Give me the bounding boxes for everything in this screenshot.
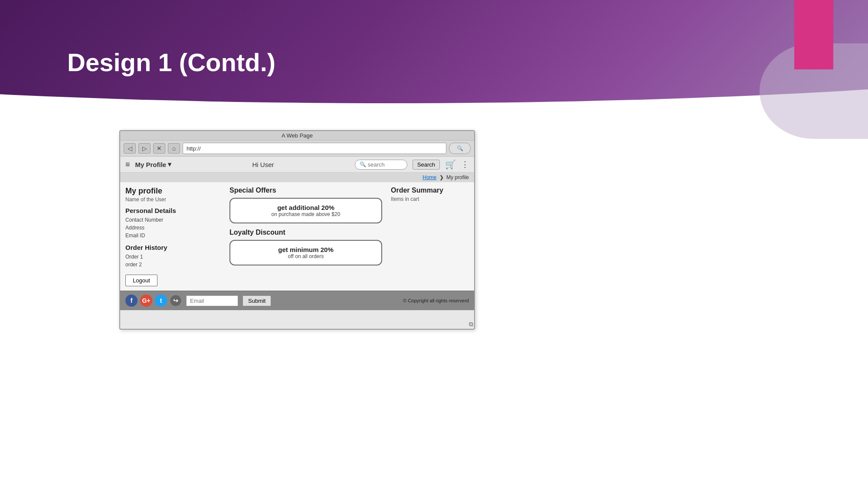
breadcrumb-home-link[interactable]: Home [423, 174, 436, 180]
forward-button[interactable]: ▷ [138, 143, 151, 154]
middle-column: Special Offers get additional 20% on pur… [225, 187, 387, 286]
breadcrumb-separator: ❯ [439, 174, 444, 180]
logout-button[interactable]: Logout [125, 275, 157, 286]
search-input[interactable] [368, 161, 403, 168]
order-history-title: Order History [125, 244, 221, 251]
browser-title-bar: A Web Page [120, 131, 474, 141]
twitter-icon[interactable]: t [155, 295, 167, 307]
home-button[interactable]: ⌂ [168, 143, 180, 154]
offer1-sub-text: on purchase made above $20 [239, 211, 373, 217]
search-button[interactable]: Search [413, 160, 440, 170]
profile-title: My profile [125, 187, 221, 196]
offer2-sub-text: off on all orders [239, 253, 373, 259]
share-icon[interactable]: ↪ [170, 295, 182, 307]
browser-toolbar: ◁ ▷ ✕ ⌂ 🔍 [120, 141, 474, 157]
more-options-icon[interactable]: ⋮ [461, 160, 469, 169]
google-plus-icon[interactable]: G+ [140, 295, 152, 307]
submit-button[interactable]: Submit [242, 295, 271, 306]
left-column: My profile Name of the User Personal Det… [125, 187, 221, 286]
slide-title: Design 1 (Contd.) [67, 48, 275, 77]
special-offers-title: Special Offers [229, 187, 382, 194]
email-field[interactable] [186, 295, 238, 306]
email-id: Email ID [125, 232, 221, 239]
browser-mockup: A Web Page ◁ ▷ ✕ ⌂ 🔍 ≡ My Profile ▾ Hi U… [119, 130, 475, 330]
profile-username: Name of the User [125, 197, 221, 203]
cart-icon[interactable]: 🛒 [445, 159, 456, 170]
loyalty-discount-title: Loyalty Discount [229, 229, 382, 236]
order-2: order 2 [125, 261, 221, 269]
order-summary-title: Order Summary [391, 187, 469, 194]
offer2-main-text: get minimum 20% [239, 246, 373, 253]
special-offer-box: get additional 20% on purchase made abov… [229, 198, 382, 223]
profile-dropdown-arrow: ▾ [168, 160, 171, 168]
personal-details-title: Personal Details [125, 207, 221, 214]
address-bar[interactable] [183, 143, 446, 154]
address: Address [125, 224, 221, 232]
stop-button[interactable]: ✕ [153, 143, 165, 154]
contact-number: Contact Number [125, 216, 221, 224]
browser-title-text: A Web Page [282, 132, 313, 139]
social-icons-group: f G+ t ↪ [125, 295, 182, 307]
facebook-icon[interactable]: f [125, 295, 138, 307]
hi-user-text: Hi User [177, 161, 350, 168]
main-content-area: My profile Name of the User Personal Det… [120, 182, 474, 291]
search-magnifier-icon: 🔍 [360, 161, 366, 167]
my-profile-label: My Profile [135, 161, 167, 168]
items-in-cart: Items in cart [391, 196, 469, 202]
my-profile-nav-button[interactable]: My Profile ▾ [135, 160, 172, 168]
right-column: Order Summary Items in cart [391, 187, 469, 286]
breadcrumb-current-page: My profile [446, 174, 469, 180]
loyalty-offer-box: get minimum 20% off on all orders [229, 240, 382, 265]
copyright-text: © Copyright all rights reserverd [275, 298, 469, 303]
pink-accent-decoration [794, 0, 833, 69]
webpage-footer: f G+ t ↪ Submit © Copyright all rights r… [120, 291, 474, 310]
hamburger-menu-icon[interactable]: ≡ [125, 160, 130, 169]
breadcrumb-bar: Home ❯ My profile [120, 173, 474, 182]
offer1-main-text: get additional 20% [239, 204, 373, 211]
resize-handle[interactable]: ⧉ [469, 321, 473, 328]
browser-search-button[interactable]: 🔍 [449, 143, 471, 154]
order-1: Order 1 [125, 253, 221, 261]
search-box: 🔍 [355, 160, 407, 170]
navbar: ≡ My Profile ▾ Hi User 🔍 Search 🛒 ⋮ [120, 157, 474, 173]
magnifier-icon: 🔍 [457, 145, 463, 151]
webpage-content: ≡ My Profile ▾ Hi User 🔍 Search 🛒 ⋮ Home… [120, 157, 474, 310]
back-button[interactable]: ◁ [124, 143, 136, 154]
